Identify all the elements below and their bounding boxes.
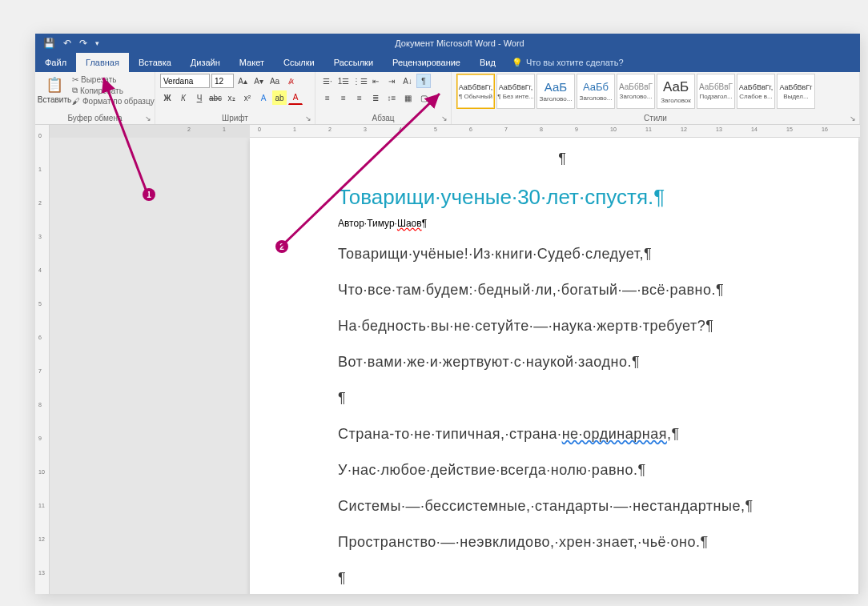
bullets-button[interactable]: ☰· [320, 74, 335, 88]
doc-line[interactable]: У·нас·любое·действие·всегда·нолю·равно.¶ [338, 462, 826, 479]
font-color-button[interactable]: A [288, 90, 303, 105]
clipboard-launcher-icon[interactable]: ↘ [145, 114, 153, 122]
window-title: Документ Microsoft Word - Word [107, 38, 812, 48]
lightbulb-icon: 💡 [512, 58, 523, 68]
tab-layout[interactable]: Макет [230, 53, 274, 72]
cut-button[interactable]: ✂Вырезать [72, 75, 155, 84]
tab-view[interactable]: Вид [470, 53, 505, 72]
clear-formatting-button[interactable]: A̷ [283, 74, 298, 88]
group-font: A▴ A▾ Aa A̷ Ж К Ч abc x₂ x² A ab A Шрифт [155, 72, 315, 124]
subscript-button[interactable]: x₂ [224, 90, 239, 105]
copy-button[interactable]: ⧉Копировать [72, 86, 155, 95]
show-pilcrow-button[interactable]: ¶ [416, 74, 431, 88]
redo-icon[interactable]: ↷ [79, 38, 87, 49]
style-item[interactable]: АаБбВвГгВыдел... [777, 74, 815, 109]
superscript-button[interactable]: x² [240, 90, 255, 105]
underline-button[interactable]: Ч [192, 90, 207, 105]
tab-review[interactable]: Рецензирование [383, 53, 470, 72]
italic-button[interactable]: К [176, 90, 191, 105]
paragraph-launcher-icon[interactable]: ↘ [441, 114, 449, 122]
tab-mailings[interactable]: Рассылки [324, 53, 383, 72]
font-size-input[interactable] [211, 74, 234, 88]
brush-icon: 🖌 [72, 97, 80, 106]
ribbon-tabs: Файл Главная Вставка Дизайн Макет Ссылки… [35, 53, 860, 72]
undo-icon[interactable]: ↶ [63, 38, 71, 49]
bold-button[interactable]: Ж [160, 90, 175, 105]
style-item[interactable]: АаБбЗаголово... [577, 74, 615, 109]
style-item[interactable]: АаБЗаголово... [536, 74, 575, 109]
align-left-button[interactable]: ≡ [320, 90, 335, 105]
font-name-input[interactable] [160, 74, 210, 88]
doc-line[interactable]: Что·все·там·будем:·бедный·ли,·богатый·—·… [338, 282, 826, 299]
group-paragraph: ☰· 1☰ ⋮☰ ⇤ ⇥ A↓ ¶ ≡ ≡ ≡ ≣ ↕≡ ▦ ▢ [315, 72, 452, 124]
line-spacing-button[interactable]: ↕≡ [384, 90, 399, 105]
group-clipboard: 📋 Вставить ✂Вырезать ⧉Копировать 🖌Формат… [35, 72, 155, 124]
doc-line[interactable]: ¶ [338, 390, 826, 407]
tab-design[interactable]: Дизайн [181, 53, 230, 72]
group-styles: АаБбВвГг,¶ ОбычныйАаБбВвГг,¶ Без инте...… [452, 72, 860, 124]
annotation-1: 1 [143, 188, 155, 201]
style-item[interactable]: АаБбВвГг,¶ Без инте... [496, 74, 535, 109]
style-item[interactable]: АаБЗаголовок [657, 74, 695, 109]
shrink-font-button[interactable]: A▾ [251, 74, 266, 88]
tab-references[interactable]: Ссылки [274, 53, 324, 72]
tell-me[interactable]: 💡 Что вы хотите сделать? [505, 53, 630, 72]
horizontal-ruler: 21012345678910111213141516 [50, 125, 860, 138]
word-window: 💾 ↶ ↷ ▾ Документ Microsoft Word - Word Ф… [35, 34, 860, 594]
doc-line[interactable]: ¶ [338, 570, 826, 587]
doc-line[interactable]: Системы·—·бессистемные,·стандарты·—·нест… [338, 498, 826, 515]
doc-heading[interactable]: Товарищи·ученые·30·лет·спустя.¶ [338, 185, 826, 210]
tab-insert[interactable]: Вставка [129, 53, 181, 72]
paste-button[interactable]: 📋 Вставить [40, 74, 69, 104]
ribbon: 📋 Вставить ✂Вырезать ⧉Копировать 🖌Формат… [35, 72, 860, 125]
clipboard-icon: 📋 [46, 76, 63, 94]
style-item[interactable]: АаБбВвГг,¶ Обычный [456, 74, 495, 109]
quick-access-toolbar: 💾 ↶ ↷ ▾ [35, 38, 107, 49]
styles-launcher-icon[interactable]: ↘ [850, 114, 858, 122]
doc-line[interactable]: На·бедность·вы·не·сетуйте·—·наука·жертв·… [338, 318, 826, 335]
text-effects-button[interactable]: A [256, 90, 271, 105]
highlight-button[interactable]: ab [272, 90, 287, 105]
format-painter-button[interactable]: 🖌Формат по образцу [72, 97, 155, 106]
qat-more-icon[interactable]: ▾ [95, 39, 99, 47]
paragraph-mark: ¶ [298, 150, 826, 167]
doc-line[interactable]: Пространство·—·неэвклидово,·хрен·знает,·… [338, 534, 826, 551]
tab-home[interactable]: Главная [76, 53, 129, 72]
borders-button[interactable]: ▢ [416, 90, 431, 105]
title-bar: 💾 ↶ ↷ ▾ Документ Microsoft Word - Word [35, 34, 860, 53]
grow-font-button[interactable]: A▴ [235, 74, 250, 88]
align-right-button[interactable]: ≡ [352, 90, 367, 105]
doc-line[interactable]: Вот·вами·же·и·жертвуют·с·наукой·заодно.¶ [338, 354, 826, 371]
align-center-button[interactable]: ≡ [336, 90, 351, 105]
shading-button[interactable]: ▦ [400, 90, 415, 105]
doc-author[interactable]: Автор·Тимур·Шаов¶ [338, 218, 826, 230]
font-launcher-icon[interactable]: ↘ [305, 114, 313, 122]
style-item[interactable]: АаБбВвГЗаголово... [617, 74, 655, 109]
save-icon[interactable]: 💾 [43, 38, 55, 49]
page[interactable]: ¶ Товарищи·ученые·30·лет·спустя.¶ Автор·… [250, 138, 858, 594]
tab-file[interactable]: Файл [35, 53, 76, 72]
change-case-button[interactable]: Aa [267, 74, 282, 88]
scissors-icon: ✂ [72, 75, 78, 84]
annotation-2: 2 [275, 240, 288, 253]
style-item[interactable]: АаБбВвГг,Слабое в... [737, 74, 775, 109]
style-item[interactable]: АаБбВвГПодзагол... [697, 74, 735, 109]
doc-line[interactable]: Страна-то·не·типичная,·страна·не·ординар… [338, 426, 826, 443]
vertical-ruler: 01234567891011121314 [35, 125, 50, 594]
decrease-indent-button[interactable]: ⇤ [368, 74, 383, 88]
increase-indent-button[interactable]: ⇥ [384, 74, 399, 88]
document-canvas[interactable]: ¶ Товарищи·ученые·30·лет·спустя.¶ Автор·… [50, 138, 860, 594]
justify-button[interactable]: ≣ [368, 90, 383, 105]
doc-line[interactable]: Товарищи·учёные!·Из·книги·Судеб·следует,… [338, 246, 826, 263]
numbering-button[interactable]: 1☰ [336, 74, 351, 88]
sort-button[interactable]: A↓ [400, 74, 415, 88]
multilevel-button[interactable]: ⋮☰ [352, 74, 367, 88]
work-area: 01234567891011121314 2101234567891011121… [35, 125, 860, 594]
strike-button[interactable]: abc [208, 90, 223, 105]
copy-icon: ⧉ [72, 86, 78, 95]
